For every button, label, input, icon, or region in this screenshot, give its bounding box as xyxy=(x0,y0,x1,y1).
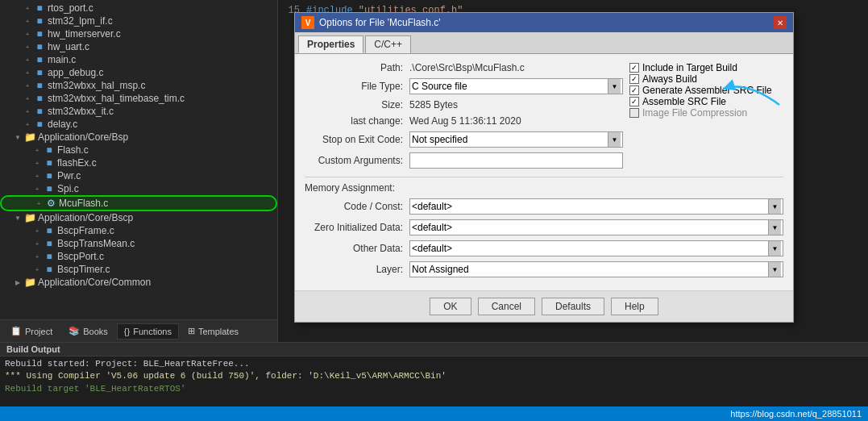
expand-icon: + xyxy=(32,252,42,261)
custom-args-input[interactable] xyxy=(409,152,623,169)
custom-args-row: Custom Arguments: xyxy=(305,152,623,169)
tab-functions[interactable]: {} Functions xyxy=(117,323,179,340)
tree-item-folder-common[interactable]: ▶ 📁 Application/Core/Common xyxy=(0,276,277,289)
tree-item-flashex[interactable]: + ■ flashEx.c xyxy=(0,156,277,169)
tree-item-spi[interactable]: + ■ Spi.c xyxy=(0,182,277,195)
cancel-button[interactable]: Cancel xyxy=(478,298,535,315)
c-file-icon: ■ xyxy=(44,225,55,236)
tree-item-bscpframe[interactable]: + ■ BscpFrame.c xyxy=(0,224,277,237)
expand-icon: + xyxy=(32,226,42,236)
expand-icon: + xyxy=(23,119,32,129)
tab-templates[interactable]: ⊞ Templates xyxy=(181,323,246,340)
tab-project[interactable]: 📋 Project xyxy=(3,323,60,340)
checkbox-include-box[interactable]: ✓ xyxy=(629,63,639,73)
tree-item-pwr[interactable]: + ■ Pwr.c xyxy=(0,169,277,182)
build-line-2: *** Using Compiler 'V5.06 update 6 (buil… xyxy=(5,370,863,382)
last-change-row: last change: Wed Aug 5 11:36:11 2020 xyxy=(305,115,623,127)
build-output-panel: Build Output Rebuild started: Project: B… xyxy=(0,342,868,406)
size-row: Size: 5285 Bytes xyxy=(305,99,623,110)
tree-item-folder-bscp[interactable]: ▼ 📁 Application/Core/Bscp xyxy=(0,211,277,224)
checkbox-gen-asm-box[interactable]: ✓ xyxy=(629,85,639,95)
status-url: https://blog.csdn.net/q_28851011 xyxy=(730,409,862,419)
c-file-icon: ■ xyxy=(34,106,45,117)
build-output-header: Build Output xyxy=(0,343,868,356)
code-const-select[interactable]: <default> ▼ xyxy=(409,198,783,215)
file-type-row: File Type: C Source file ▼ xyxy=(305,78,623,94)
zero-init-label: Zero Initialized Data: xyxy=(305,222,409,233)
checkbox-image-label: Image File Compression xyxy=(642,107,747,119)
layer-select[interactable]: Not Assigned ▼ xyxy=(409,261,783,277)
layer-arrow: ▼ xyxy=(768,262,781,277)
tree-item-hw-timer[interactable]: + ■ hw_timerserver.c xyxy=(0,27,277,40)
zero-init-arrow: ▼ xyxy=(768,220,781,235)
right-checkboxes: ✓ Include in Target Build ✓ Always Build… xyxy=(629,62,783,173)
expand-icon: + xyxy=(23,106,32,116)
checkbox-gen-asm[interactable]: ✓ Generate Assembler SRC File xyxy=(629,85,783,96)
tree-item-bscptransmean[interactable]: + ■ BscpTransMean.c xyxy=(0,237,277,250)
tree-item-folder-bsp[interactable]: ▼ 📁 Application/Core/Bsp xyxy=(0,131,277,144)
expand-icon: + xyxy=(32,184,42,194)
expand-icon: + xyxy=(32,145,42,155)
dialog-close-button[interactable]: ✕ xyxy=(774,16,787,29)
ok-button[interactable]: OK xyxy=(430,298,471,315)
other-data-label: Other Data: xyxy=(305,243,409,254)
project-icon: 📋 xyxy=(10,326,22,336)
left-form: Path: .\Core\Src\Bsp\McuFlash.c File Typ… xyxy=(305,62,623,173)
file-type-select[interactable]: C Source file ▼ xyxy=(409,78,623,94)
stop-on-exit-select[interactable]: Not specified ▼ xyxy=(409,131,623,148)
checkbox-always-box[interactable]: ✓ xyxy=(629,74,639,84)
path-value: .\Core\Src\Bsp\McuFlash.c xyxy=(409,62,623,73)
dialog-tab-cpp[interactable]: C/C++ xyxy=(365,35,411,53)
help-button[interactable]: Help xyxy=(611,298,658,315)
zero-init-select[interactable]: <default> ▼ xyxy=(409,219,783,236)
tree-item-app-debug[interactable]: + ■ app_debug.c xyxy=(0,66,277,79)
memory-header: Memory Assignment: xyxy=(305,182,395,194)
other-data-select[interactable]: <default> ▼ xyxy=(409,240,783,256)
tree-item-bscptimer[interactable]: + ■ BscpTimer.c xyxy=(0,263,277,276)
c-file-icon: ■ xyxy=(34,119,45,130)
checkbox-image-box[interactable] xyxy=(629,108,639,118)
tree-item-stm32lpm[interactable]: + ■ stm32_lpm_if.c xyxy=(0,15,277,27)
path-row: Path: .\Core\Src\Bsp\McuFlash.c xyxy=(305,62,623,73)
tree-item-mcuflash[interactable]: + ⚙ McuFlash.c xyxy=(0,195,277,211)
tree-item-flash[interactable]: + ■ Flash.c xyxy=(0,144,277,156)
c-file-icon: ■ xyxy=(44,264,55,275)
stop-on-exit-label: Stop on Exit Code: xyxy=(305,134,409,145)
tree-item-hal-msp[interactable]: + ■ stm32wbxx_hal_msp.c xyxy=(0,79,277,92)
defaults-button[interactable]: Defaults xyxy=(542,298,604,315)
tree-item-it[interactable]: + ■ stm32wbxx_it.c xyxy=(0,105,277,118)
layer-row: Layer: Not Assigned ▼ xyxy=(305,261,783,277)
expand-icon: + xyxy=(23,16,32,26)
tree-item-hw-uart[interactable]: + ■ hw_uart.c xyxy=(0,40,277,53)
dialog-tab-properties[interactable]: Properties xyxy=(298,35,363,53)
tree-item-hal-timebase[interactable]: + ■ stm32wbxx_hal_timebase_tim.c xyxy=(0,92,277,105)
build-line-1: Rebuild started: Project: BLE_HeartRateF… xyxy=(5,358,863,370)
c-file-icon: ■ xyxy=(34,54,45,65)
checkbox-asm-src[interactable]: ✓ Assemble SRC File xyxy=(629,96,783,107)
last-change-value: Wed Aug 5 11:36:11 2020 xyxy=(409,115,623,127)
tree-item-delay[interactable]: + ■ delay.c xyxy=(0,118,277,131)
other-data-value: <default> xyxy=(412,243,452,254)
tab-books[interactable]: 📚 Books xyxy=(61,323,115,340)
build-line-3: Rebuild target 'BLE_HeartRateRTOS' xyxy=(5,383,863,395)
right-area: 15 #include "utilities_conf.h" /* E - 1)… xyxy=(278,0,868,342)
expand-icon: + xyxy=(23,55,32,65)
checkbox-image-compress[interactable]: Image File Compression xyxy=(629,107,783,119)
c-file-icon: ■ xyxy=(44,170,55,181)
stop-on-exit-value: Not specified xyxy=(412,134,467,145)
c-file-icon: ■ xyxy=(34,2,45,14)
checkbox-include-target[interactable]: ✓ Include in Target Build xyxy=(629,62,783,73)
two-col-form: Path: .\Core\Src\Bsp\McuFlash.c File Typ… xyxy=(305,62,783,173)
expand-icon: + xyxy=(23,81,32,90)
file-tree: + ■ rtos_port.c + ■ stm32_lpm_if.c + ■ h… xyxy=(0,0,277,319)
tree-item-rtos[interactable]: + ■ rtos_port.c xyxy=(0,2,277,15)
dialog-tabs: Properties C/C++ xyxy=(295,32,793,54)
expand-icon: + xyxy=(32,171,42,181)
expand-icon: ▼ xyxy=(13,213,23,223)
tab-templates-label: Templates xyxy=(198,327,239,336)
tree-item-main[interactable]: + ■ main.c xyxy=(0,53,277,66)
tree-item-bscpport[interactable]: + ■ BscpPort.c xyxy=(0,250,277,263)
checkbox-always-build[interactable]: ✓ Always Build xyxy=(629,73,783,85)
expand-icon: + xyxy=(34,198,44,208)
checkbox-asm-src-box[interactable]: ✓ xyxy=(629,97,639,106)
